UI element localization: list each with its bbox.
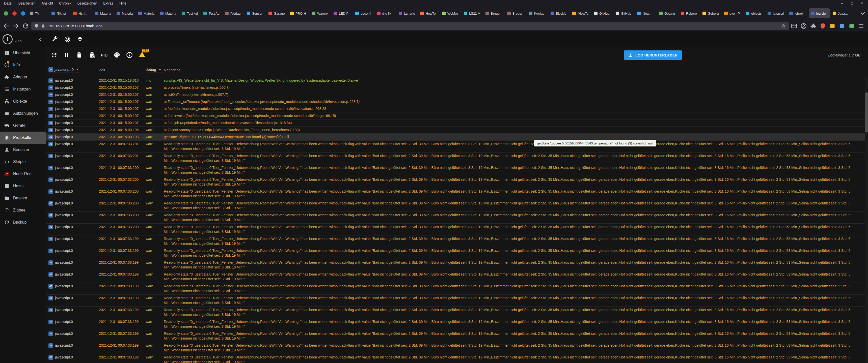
source-filter-select[interactable]: JS javascript.0 xyxy=(49,67,80,73)
browser-tab[interactable]: [Skript xyxy=(49,8,70,19)
pinned-tab-3[interactable] xyxy=(19,8,27,19)
extension-green-icon[interactable] xyxy=(848,23,855,29)
minimize-button[interactable]: − xyxy=(837,1,847,5)
log-row[interactable]: JS javascript.0 2021-12-31 00:15:18.616 … xyxy=(46,77,868,84)
log-row[interactable]: JS javascript.0 2021-12-31 00:15:00.107 … xyxy=(46,98,868,105)
log-row[interactable]: JS javascript.0 2021-12-31 00:15:00.107 … xyxy=(46,120,868,127)
browser-tab[interactable]: Getting xyxy=(657,8,678,19)
log-row[interactable]: JS javascript.0 2021-12-31 00:07:33.199 … xyxy=(46,259,868,271)
log-row[interactable]: JS javascript.0 2021-12-31 00:07:33.199 … xyxy=(46,295,868,306)
sidebar-item--bersicht[interactable]: Übersicht xyxy=(0,47,46,59)
tracking-shield-icon[interactable] xyxy=(34,24,39,28)
log-row[interactable]: JS javascript.0 2021-12-31 00:07:33.199 … xyxy=(46,306,868,318)
log-row[interactable]: JS javascript.0 2021-12-31 00:07:33.199 … xyxy=(46,235,868,247)
browser-tab[interactable]: Materia xyxy=(136,8,157,19)
browser-tab[interactable]: objects xyxy=(744,8,765,19)
browser-tab[interactable]: HowTo xyxy=(418,8,439,19)
log-row[interactable]: JS javascript.0 2021-12-31 00:07:33.199 … xyxy=(46,354,868,363)
log-row[interactable]: JS javascript.0 2021-12-31 00:07:33.199 … xyxy=(46,342,868,354)
clear-logs-button[interactable] xyxy=(76,52,83,59)
sidebar-item-dateien[interactable]: Dateien xyxy=(0,192,46,204)
log-row[interactable]: JS javascript.0 2021-12-31 00:07:33.200 … xyxy=(46,188,868,200)
browser-tab[interactable]: Blockly xyxy=(548,8,569,19)
log-row[interactable]: JS javascript.0 2021-12-31 00:07:33.201 … xyxy=(46,141,868,153)
menu-bearbeiten[interactable]: Bearbeiten xyxy=(16,0,39,6)
log-row[interactable]: JS javascript.0 2021-12-31 00:15:00.107 … xyxy=(46,84,868,91)
log-row[interactable]: JS javascript.0 2021-12-31 00:07:33.201 … xyxy=(46,153,868,164)
close-button[interactable]: × xyxy=(857,1,867,5)
log-row[interactable]: JS javascript.0 2021-12-31 00:07:33.199 … xyxy=(46,247,868,259)
tampermonkey-icon[interactable] xyxy=(829,23,836,29)
menu-ansicht[interactable]: Ansicht xyxy=(38,0,56,6)
extensions-icon[interactable] xyxy=(810,23,816,29)
log-row[interactable]: JS javascript.0 2021-12-31 00:07:33.199 … xyxy=(46,318,868,330)
clear-old-logs-button[interactable] xyxy=(88,52,95,59)
browser-tab[interactable]: Warenk xyxy=(310,8,331,19)
warning-messages-wrap[interactable]: 262 xyxy=(138,51,146,59)
vertical-scrollbar[interactable] xyxy=(865,77,868,363)
menu-icon[interactable] xyxy=(858,23,865,29)
sidebar-item-instanzen[interactable]: Instanzen xyxy=(0,83,46,95)
menu-chronik[interactable]: Chronik xyxy=(56,0,74,6)
sidebar-item-hosts[interactable]: Hosts xyxy=(0,180,46,192)
extension-blue-icon[interactable] xyxy=(839,23,845,29)
menu-hilfe[interactable]: Hilfe xyxy=(116,0,129,6)
browser-tab[interactable]: Lunarte xyxy=(396,8,417,19)
download-log-button[interactable]: LOG HERUNTERLADEN xyxy=(624,51,682,60)
browser-tab[interactable]: Breuer xyxy=(505,8,526,19)
layers-icon[interactable] xyxy=(77,36,83,43)
system-settings-icon[interactable] xyxy=(52,36,58,43)
sidebar-item-aufz-hlungen[interactable]: Aufzählungen xyxy=(0,107,46,120)
menu-datei[interactable]: Datei xyxy=(1,0,16,6)
reload-button[interactable] xyxy=(22,22,29,30)
sidebar-item-objekte[interactable]: Objekte xyxy=(0,95,46,107)
browser-tab[interactable]: GitHub xyxy=(613,8,634,19)
log-row[interactable]: JS javascript.0 2021-12-31 00:07:33.200 … xyxy=(46,200,868,212)
browser-tab[interactable]: Leconfi xyxy=(353,8,374,19)
log-row[interactable]: JS javascript.0 2021-12-31 00:07:33.199 … xyxy=(46,283,868,295)
browser-tab[interactable]: GitHub xyxy=(592,8,613,19)
menu-lesezeichen[interactable]: Lesezeichen xyxy=(74,0,100,6)
log-row[interactable]: JS javascript.0 2021-12-31 00:07:33.200 … xyxy=(46,224,868,235)
sidebar-item-backup[interactable]: Backup xyxy=(0,216,46,228)
browser-tab[interactable]: Roboro xyxy=(679,8,700,19)
log-row[interactable]: JS javascript.0 2021-12-31 00:07:33.200 … xyxy=(46,164,868,176)
browser-tab[interactable]: d-c-fix xyxy=(375,8,396,19)
forward-button[interactable] xyxy=(12,22,20,30)
log-row[interactable]: JS javascript.0 2021-12-31 00:07:33.199 … xyxy=(46,271,868,283)
discovery-icon[interactable] xyxy=(64,36,71,43)
list-all-tabs-button[interactable] xyxy=(859,9,867,17)
adblock-icon[interactable] xyxy=(819,23,826,29)
mail-icon[interactable] xyxy=(791,23,797,29)
log-row[interactable]: JS javascript.0 2021-12-31 00:07:33.200 … xyxy=(46,212,868,224)
browser-tab[interactable]: [Vorlag xyxy=(527,8,548,19)
browser-tab[interactable]: Materia xyxy=(114,8,135,19)
browser-tab[interactable]: JavaScr xyxy=(830,8,851,19)
browser-tab[interactable]: LS22 M xyxy=(462,8,483,19)
browser-tab[interactable]: Html5 G xyxy=(71,8,92,19)
browser-tab[interactable]: Breuer xyxy=(483,8,504,19)
url-text[interactable]: 192.168.178.151:8081/#tab-logs xyxy=(48,24,779,28)
sidebar-item-adapter[interactable]: Adapter xyxy=(0,71,46,83)
log-row[interactable]: JS javascript.0 2021-12-31 00:15:00.103 … xyxy=(46,134,868,141)
bookmark-star-icon[interactable] xyxy=(781,24,786,28)
browser-tab[interactable]: Test Ad xyxy=(201,8,222,19)
browser-tab[interactable]: PRO-H xyxy=(288,8,309,19)
scrollbar-thumb[interactable] xyxy=(865,92,868,133)
browser-tab[interactable]: Geborg xyxy=(700,8,721,19)
sidebar-item-skripte[interactable]: Skripte xyxy=(0,156,46,168)
pinned-tab-1[interactable] xyxy=(1,8,10,19)
colorize-logs-button[interactable] xyxy=(113,52,120,59)
time-column-header[interactable]: Zeit xyxy=(99,68,146,72)
browser-tab[interactable]: javascri xyxy=(765,8,786,19)
maximize-button[interactable]: □ xyxy=(847,1,857,5)
browser-tab[interactable]: Newcom xyxy=(635,8,656,19)
menu-extras[interactable]: Extras xyxy=(100,0,116,6)
browser-tab[interactable]: WeMos xyxy=(440,8,461,19)
browser-tab[interactable]: [HowTo xyxy=(570,8,591,19)
pause-logs-button[interactable] xyxy=(63,52,70,59)
log-row[interactable]: JS javascript.0 2021-12-31 00:07:33.200 … xyxy=(46,176,868,188)
log-row[interactable]: JS javascript.0 2021-12-31 00:07:33.199 … xyxy=(46,330,868,342)
log-row[interactable]: JS javascript.0 2021-12-31 00:15:00.107 … xyxy=(46,112,868,120)
sidebar-item-info[interactable]: Info xyxy=(0,59,46,71)
